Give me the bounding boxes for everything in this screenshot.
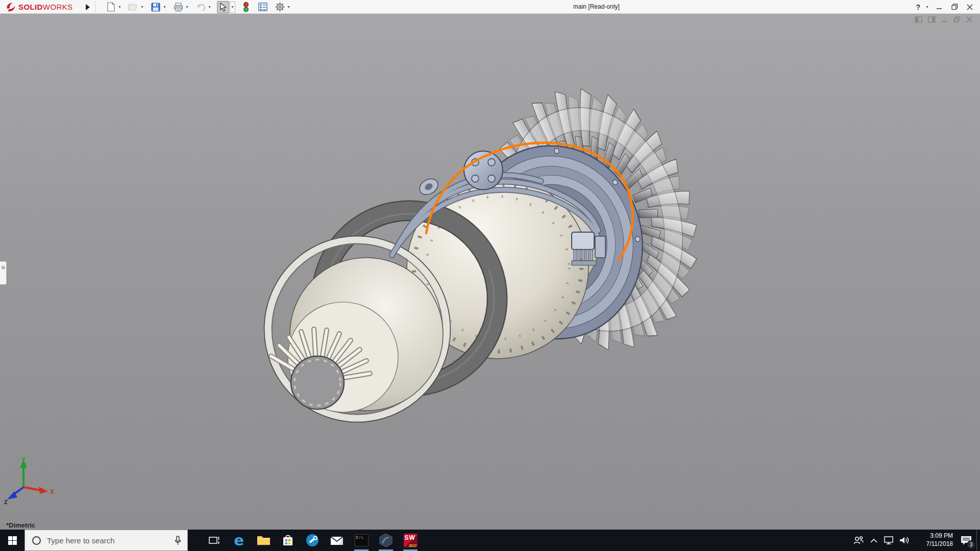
restore-button[interactable] <box>948 2 961 13</box>
document-window-controls <box>915 16 973 23</box>
tray-chevron-up-icon[interactable] <box>866 530 881 551</box>
tray-time: 3:09 PM <box>914 532 953 540</box>
new-dropdown-caret[interactable]: ▾ <box>117 2 122 13</box>
tray-clock[interactable]: 3:09 PM 7/11/2018 <box>914 532 953 548</box>
start-button[interactable] <box>0 530 24 551</box>
doc-close-icon[interactable] <box>966 16 973 23</box>
microsoft-store-button[interactable] <box>276 530 300 551</box>
help-dropdown-caret[interactable]: ▾ <box>924 2 930 13</box>
task-view-button[interactable] <box>202 530 227 551</box>
menu-flyout-arrow[interactable] <box>83 2 92 12</box>
graphics-area[interactable]: Y X Z *Dimetric <box>0 14 980 530</box>
hexagon-app-button[interactable] <box>374 530 398 551</box>
help-button[interactable]: ? <box>915 3 921 11</box>
options-dropdown-caret[interactable]: ▾ <box>286 2 291 13</box>
open-button[interactable] <box>127 1 139 13</box>
rebuild-button[interactable] <box>240 1 252 13</box>
edge-button[interactable]: e <box>227 530 251 551</box>
notification-badge: 3 <box>967 540 975 549</box>
close-button[interactable] <box>964 2 976 13</box>
view-orientation-label: *Dimetric <box>6 521 35 529</box>
command-prompt-button[interactable]: C:\ <box>349 530 374 551</box>
cortana-icon <box>32 536 41 545</box>
taskbar-apps: e C:\ SW2017 <box>202 530 423 551</box>
mail-button[interactable] <box>325 530 349 551</box>
exhaust-cone[interactable] <box>271 258 443 412</box>
store-bag-icon <box>282 534 294 546</box>
select-dropdown-caret[interactable]: ▾ <box>230 2 235 13</box>
panel-flyout-tab[interactable] <box>0 261 7 285</box>
toolbar-separator <box>95 1 95 13</box>
solidworks-logo: SOLIDWORKS <box>5 0 73 14</box>
action-center-button[interactable]: 3 <box>956 530 976 551</box>
brand-text: SOLIDWORKS <box>18 3 73 11</box>
people-icon[interactable] <box>851 530 866 551</box>
hexagon-app-icon <box>379 533 393 547</box>
save-button[interactable] <box>150 1 162 13</box>
undo-button[interactable] <box>194 1 207 13</box>
jet-engine-model[interactable] <box>0 14 980 530</box>
options-gear-button[interactable] <box>274 1 286 13</box>
folder-icon <box>257 535 271 546</box>
minimize-button[interactable] <box>933 2 945 13</box>
print-button[interactable] <box>172 1 184 13</box>
window-title: main [Read-only] <box>573 3 620 10</box>
triad-z-label: Z <box>4 499 8 504</box>
windows-logo-icon <box>8 536 17 545</box>
triad-x-label: X <box>50 488 54 495</box>
file-explorer-button[interactable] <box>251 530 276 551</box>
edge-icon: e <box>234 533 244 548</box>
ds-swoosh-icon <box>5 2 16 12</box>
display-pane-left-icon[interactable] <box>915 16 922 23</box>
print-dropdown-caret[interactable]: ▾ <box>184 2 190 13</box>
mail-icon <box>330 535 344 545</box>
tray-date: 7/11/2018 <box>914 540 953 548</box>
new-document-button[interactable] <box>105 1 117 13</box>
solidworks-2017-icon: SW2017 <box>404 534 418 547</box>
wrench-circle-icon <box>306 534 319 547</box>
shaft-bore-hole[interactable] <box>291 356 344 409</box>
orientation-triad: Y X Z <box>3 456 59 504</box>
titlebar: SOLIDWORKS ▾ ▾ ▾ ▾ ▾ <box>0 0 980 14</box>
standard-toolbar: ▾ ▾ ▾ ▾ ▾ ▾ <box>105 0 296 14</box>
windows-taskbar: Type here to search e C:\ <box>0 530 980 551</box>
display-pane-right-icon[interactable] <box>928 16 936 23</box>
command-prompt-icon: C:\ <box>355 534 369 546</box>
select-tool-button[interactable] <box>217 1 229 13</box>
doc-minimize-icon[interactable] <box>941 16 948 23</box>
system-tray: 3:09 PM 7/11/2018 3 <box>851 530 980 551</box>
solidworks-2017-button[interactable]: SW2017 <box>398 530 423 551</box>
settings-tool-button[interactable] <box>300 530 325 551</box>
doc-restore-icon[interactable] <box>953 16 961 23</box>
file-properties-button[interactable] <box>257 1 269 13</box>
show-desktop-strip[interactable] <box>976 530 980 551</box>
taskbar-search-input[interactable]: Type here to search <box>24 530 188 551</box>
volume-icon[interactable] <box>897 530 912 551</box>
save-dropdown-caret[interactable]: ▾ <box>162 2 167 13</box>
search-placeholder: Type here to search <box>47 536 175 545</box>
network-icon[interactable] <box>881 530 897 551</box>
open-dropdown-caret[interactable]: ▾ <box>139 2 145 13</box>
triad-y-label: Y <box>21 456 26 463</box>
microphone-icon[interactable] <box>175 536 181 545</box>
undo-dropdown-caret[interactable]: ▾ <box>207 2 212 13</box>
